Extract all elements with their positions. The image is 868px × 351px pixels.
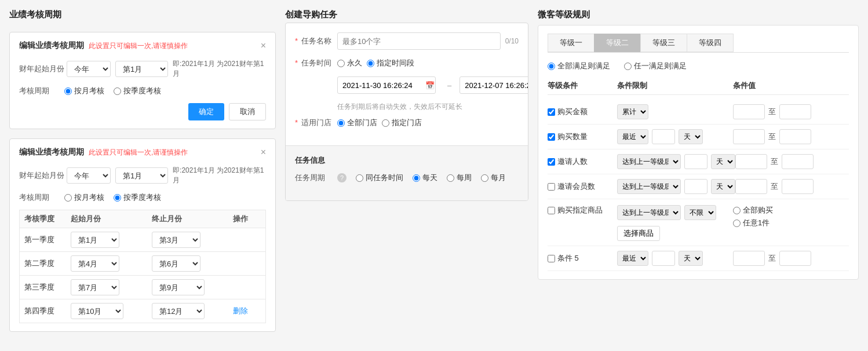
cond-radio-all-input-5[interactable]: [733, 207, 741, 214]
cond-checkbox-6[interactable]: [548, 255, 555, 262]
cond-days-unit-4[interactable]: 天月: [711, 179, 735, 194]
cycle-monthly-radio-1[interactable]: [64, 87, 72, 95]
quarter-table: 考核季度 起始月份 终止月份 操作 第一季度 第1月第2月第3月: [19, 210, 266, 323]
edit-panel-1-btn-row: 确定 取消: [19, 103, 266, 120]
edit-panel-1-close-button[interactable]: ×: [261, 41, 266, 50]
cond-checkbox-1[interactable]: [548, 108, 555, 116]
cond-value-from-4[interactable]: [735, 179, 767, 194]
store-all-option[interactable]: 全部门店: [337, 118, 377, 128]
cond-value-from-3[interactable]: [735, 154, 767, 169]
cycle-daily-radio[interactable]: [413, 174, 420, 182]
cond-extra-select-5[interactable]: 不限满足所有满足任一: [684, 205, 716, 220]
cond-limit-select-1[interactable]: 累计最近: [617, 104, 648, 119]
tab-tier-3[interactable]: 等级三: [640, 34, 687, 52]
cancel-button-1[interactable]: 取消: [229, 103, 266, 120]
fiscal-month-select-2[interactable]: 第1月第2月第3月 第4月第5月第6月 第7月第8月第9月 第10月第11月第1…: [115, 167, 168, 184]
edit-panel-2-title-row: 编辑业绩考核周期 此设置只可编辑一次,请谨慎操作: [19, 147, 188, 158]
cond-radio-all-5[interactable]: 全部购买: [733, 205, 849, 215]
cycle-same-option[interactable]: 同任务时间: [356, 173, 403, 183]
end-date-input[interactable]: [459, 76, 528, 94]
cond-days-unit-2[interactable]: 天月年: [679, 129, 703, 144]
cond-limit-select-5[interactable]: 达到上一等级后累计最近: [617, 205, 681, 220]
cond-checkbox-5[interactable]: [548, 207, 555, 214]
cond-days-input-4[interactable]: [684, 179, 707, 194]
confirm-button-1[interactable]: 确定: [188, 103, 224, 120]
cycle-monthly-option-radio[interactable]: [481, 174, 488, 182]
cond-radio-any-5[interactable]: 任意1件: [733, 218, 849, 228]
satisfy-any-radio[interactable]: [624, 63, 632, 70]
cycle-quarterly-radio-1[interactable]: [114, 87, 121, 95]
cycle-quarterly-radio-2[interactable]: [114, 194, 121, 202]
store-specific-radio[interactable]: [382, 119, 389, 127]
quarter-4-start-select[interactable]: 第10月第11月: [71, 303, 123, 319]
tab-tier-2[interactable]: 等级二: [594, 34, 641, 52]
cycle-label-1: 考核周期: [19, 86, 60, 96]
cond-value-to-2[interactable]: [779, 129, 811, 144]
cond-days-unit-6[interactable]: 天月: [679, 251, 703, 266]
calendar-icon-start: 📅: [425, 81, 435, 90]
cond-value-from-1[interactable]: [733, 104, 765, 119]
cycle-weekly-option[interactable]: 每周: [447, 173, 472, 183]
fiscal-year-select-2[interactable]: 今年去年明年: [67, 167, 111, 184]
tab-tier-4[interactable]: 等级四: [687, 34, 734, 52]
cycle-monthly-radio-2[interactable]: [64, 194, 72, 202]
cond-days-input-6[interactable]: [652, 251, 675, 266]
quarter-3-end-select[interactable]: 第9月第10月: [152, 279, 205, 295]
cond-value-to-4[interactable]: [782, 179, 814, 194]
cond-checkbox-2[interactable]: [548, 133, 555, 141]
cond-limit-select-3[interactable]: 达到上一等级后累计最近: [617, 154, 681, 169]
cycle-daily-option[interactable]: 每天: [413, 173, 437, 183]
cycle-monthly-1[interactable]: 按月考核: [64, 86, 104, 96]
cycle-quarterly-label-1: 按季度考核: [123, 86, 161, 96]
task-name-input[interactable]: [337, 32, 501, 50]
task-panel-body: * 任务名称 0/10 * 任务时间 永久: [286, 23, 528, 145]
cond-value-from-2[interactable]: [733, 129, 765, 144]
time-range-radio[interactable]: [367, 60, 374, 67]
cycle-quarterly-2[interactable]: 按季度考核: [114, 192, 161, 203]
cond-limit-select-4[interactable]: 达到上一等级后累计最近: [617, 179, 681, 194]
cycle-options-row: 同任务时间 每天 每周 每月: [356, 173, 506, 183]
fiscal-year-select-1[interactable]: 今年 去年 明年: [67, 61, 111, 77]
cond-value-to-1[interactable]: [779, 104, 811, 119]
cond-value-to-6[interactable]: [779, 251, 811, 266]
quarter-1-start-select[interactable]: 第1月第2月第3月: [71, 232, 119, 248]
time-forever-option[interactable]: 永久: [337, 58, 362, 68]
start-date-input[interactable]: [337, 76, 436, 94]
tab-tier-1[interactable]: 等级一: [548, 34, 595, 52]
cycle-weekly-radio[interactable]: [447, 174, 454, 182]
cond-limit-select-6[interactable]: 累计最近: [617, 251, 648, 266]
choose-goods-button[interactable]: 选择商品: [617, 226, 660, 241]
cond-value-from-6[interactable]: [733, 251, 765, 266]
cycle-same-label: 同任务时间: [366, 173, 403, 183]
quarter-1-end-select[interactable]: 第3月第4月第6月: [152, 232, 200, 248]
fiscal-month-select-1[interactable]: 第1月第2月第3月 第4月第5月第6月 第7月第8月第9月 第10月第11月第1…: [115, 61, 168, 77]
quarter-4-end-select[interactable]: 第12月: [152, 303, 205, 319]
time-forever-radio[interactable]: [337, 60, 345, 67]
cond-days-input-3[interactable]: [684, 154, 707, 169]
cond-checkbox-4[interactable]: [548, 183, 555, 191]
left-column: 业绩考核周期 编辑业绩考核周期 此设置只可编辑一次,请谨慎操作 × 财年起始月份…: [9, 9, 276, 332]
time-range-option[interactable]: 指定时间段: [367, 58, 414, 68]
cond-limit-select-2[interactable]: 累计最近: [617, 129, 648, 144]
cycle-quarterly-1[interactable]: 按季度考核: [114, 86, 161, 96]
edit-panel-2-close-button[interactable]: ×: [261, 148, 266, 157]
satisfy-any-option[interactable]: 任一满足则满足: [624, 61, 687, 71]
cond-days-input-2[interactable]: [652, 129, 675, 144]
quarter-2-start-select[interactable]: 第4月第5月: [71, 255, 119, 272]
quarter-2-end-select[interactable]: 第6月第7月: [152, 255, 200, 272]
quarter-4-delete-link[interactable]: 删除: [233, 306, 279, 316]
store-specific-option[interactable]: 指定门店: [382, 118, 422, 128]
cycle-monthly-option[interactable]: 每月: [481, 173, 506, 183]
cycle-monthly-2[interactable]: 按月考核: [64, 192, 104, 203]
cond-radio-any-input-5[interactable]: [733, 220, 741, 227]
quarter-3-start-select[interactable]: 第7月第8月: [71, 279, 119, 295]
satisfy-all-radio[interactable]: [548, 63, 555, 70]
satisfy-all-option[interactable]: 全部满足则满足: [548, 61, 610, 71]
cond-checkbox-3[interactable]: [548, 158, 555, 166]
store-all-radio[interactable]: [337, 119, 345, 127]
date-separator: –: [447, 81, 451, 90]
cond-name-1: 购买金额: [557, 107, 588, 117]
cond-value-to-3[interactable]: [782, 154, 814, 169]
cycle-same-radio[interactable]: [356, 174, 363, 182]
cond-days-unit-3[interactable]: 天月: [711, 154, 735, 169]
